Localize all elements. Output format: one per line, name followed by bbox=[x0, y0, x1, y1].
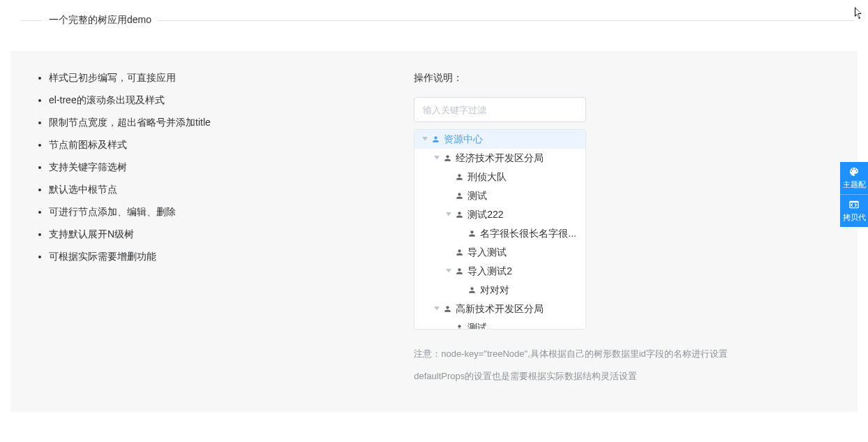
chevron-down-icon[interactable] bbox=[421, 136, 428, 143]
feature-column: 样式已初步编写，可直接应用 el-tree的滚动条出现及样式 限制节点宽度，超出… bbox=[24, 72, 393, 391]
feature-item: 样式已初步编写，可直接应用 bbox=[49, 72, 393, 84]
tree-column: 操作说明： 资源中心经济技术开发区分局刑侦大队测试测试222名字很长很长名字很.… bbox=[414, 72, 844, 391]
tree-node[interactable]: 高新技术开发区分局 bbox=[414, 300, 585, 318]
feature-item: 可进行节点添加、编辑、删除 bbox=[49, 206, 393, 219]
tree-node[interactable]: 对对对 bbox=[414, 281, 585, 300]
tree-node-label: 对对对 bbox=[480, 284, 509, 297]
theme-tab-label: 主题配 bbox=[841, 179, 867, 190]
tree-container[interactable]: 资源中心经济技术开发区分局刑侦大队测试测试222名字很长很长名字很...导入测试… bbox=[414, 129, 586, 330]
section-divider: 一个完整的树应用demo bbox=[21, 7, 854, 27]
tree-node-label: 导入测试 bbox=[467, 246, 507, 259]
theme-config-tab[interactable]: 主题配 bbox=[840, 162, 868, 195]
tree-node-label: 经济技术开发区分局 bbox=[456, 152, 544, 165]
tree-node[interactable]: 经济技术开发区分局 bbox=[414, 149, 585, 168]
user-icon bbox=[454, 210, 464, 220]
chevron-down-icon[interactable] bbox=[433, 155, 440, 162]
tree-node[interactable]: 测试 bbox=[414, 186, 585, 205]
user-icon bbox=[467, 286, 477, 295]
copy-code-tab[interactable]: 拷贝代 bbox=[840, 195, 868, 227]
tree-node[interactable]: 测试222 bbox=[414, 205, 585, 224]
copy-tab-label: 拷贝代 bbox=[841, 212, 867, 223]
divider-line bbox=[21, 20, 42, 21]
content-panel: 样式已初步编写，可直接应用 el-tree的滚动条出现及样式 限制节点宽度，超出… bbox=[10, 51, 858, 412]
chevron-down-icon[interactable] bbox=[433, 306, 440, 313]
user-icon bbox=[454, 172, 464, 182]
feature-item: 支持默认展开N级树 bbox=[49, 228, 393, 241]
user-icon bbox=[442, 304, 452, 314]
tree-node[interactable]: 刑侦大队 bbox=[414, 168, 585, 186]
tree-filter-input[interactable] bbox=[414, 97, 586, 122]
tree-node[interactable]: 资源中心 bbox=[414, 130, 585, 149]
chevron-down-icon[interactable] bbox=[445, 268, 452, 275]
feature-item: el-tree的滚动条出现及样式 bbox=[49, 94, 393, 107]
code-icon bbox=[848, 199, 860, 210]
user-icon bbox=[454, 323, 464, 330]
feature-item: 默认选中根节点 bbox=[49, 184, 393, 196]
tree-node-label: 高新技术开发区分局 bbox=[456, 303, 544, 316]
tree-node[interactable]: 测试 bbox=[414, 318, 585, 330]
tree-node[interactable]: 导入测试2 bbox=[414, 262, 585, 281]
side-tabs: 主题配 拷贝代 bbox=[840, 162, 868, 227]
tree-node[interactable]: 名字很长很长名字很... bbox=[414, 224, 585, 243]
tree-node-label: 资源中心 bbox=[444, 133, 483, 146]
user-icon bbox=[442, 154, 452, 163]
tree-node-label: 测试 bbox=[467, 190, 487, 202]
divider-title: 一个完整的树应用demo bbox=[42, 14, 158, 27]
user-icon bbox=[454, 191, 464, 201]
feature-item: 支持关键字筛选树 bbox=[49, 161, 393, 174]
notes-section: 注意：node-key="treeNode",具体根据自己的树形数据里id字段的… bbox=[414, 347, 844, 383]
palette-icon bbox=[848, 166, 860, 177]
tree-node-label: 测试 bbox=[467, 322, 487, 330]
feature-list: 样式已初步编写，可直接应用 el-tree的滚动条出现及样式 限制节点宽度，超出… bbox=[35, 72, 393, 263]
user-icon bbox=[454, 248, 464, 258]
note-line: defaultProps的设置也是需要根据实际数据结构灵活设置 bbox=[414, 369, 844, 383]
note-line: 注意：node-key="treeNode",具体根据自己的树形数据里id字段的… bbox=[414, 347, 844, 361]
user-icon bbox=[454, 267, 464, 277]
feature-item: 限制节点宽度，超出省略号并添加title bbox=[49, 117, 393, 129]
feature-item: 节点前图标及样式 bbox=[49, 139, 393, 152]
feature-item: 可根据实际需要增删功能 bbox=[49, 251, 393, 263]
tree-node-label: 名字很长很长名字很... bbox=[480, 228, 576, 240]
chevron-down-icon[interactable] bbox=[445, 212, 452, 219]
divider-line bbox=[158, 20, 854, 21]
tree-node-label: 导入测试2 bbox=[467, 265, 512, 278]
user-icon bbox=[431, 135, 440, 145]
mouse-cursor bbox=[855, 7, 865, 20]
tree-node-label: 测试222 bbox=[467, 209, 503, 221]
operation-title: 操作说明： bbox=[414, 72, 844, 84]
tree-node[interactable]: 导入测试 bbox=[414, 243, 585, 262]
user-icon bbox=[467, 229, 477, 239]
tree-node-label: 刑侦大队 bbox=[467, 171, 507, 184]
